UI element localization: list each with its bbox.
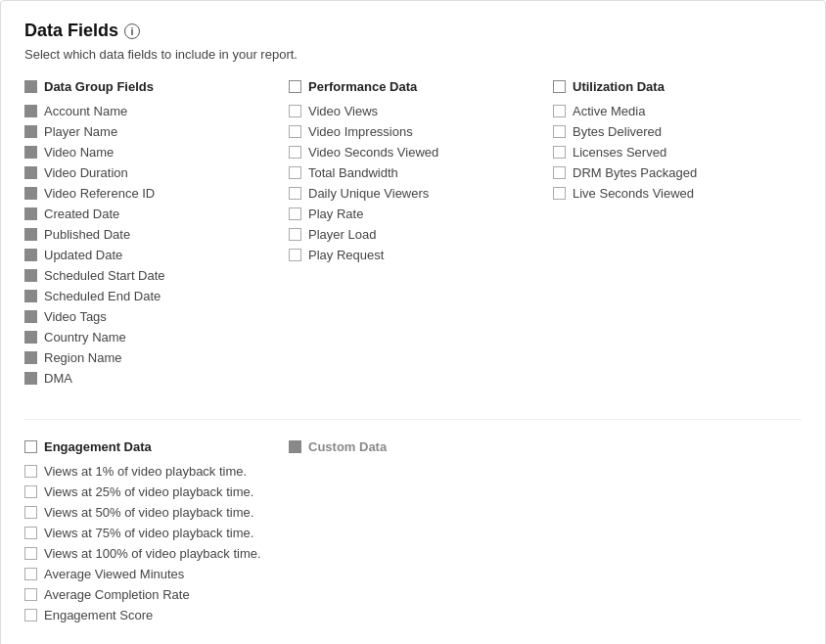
list-item: Views at 50% of video playback time. [24, 505, 273, 520]
field-checkbox[interactable] [553, 105, 566, 117]
field-checkbox[interactable] [553, 125, 566, 138]
custom-data-header: Custom Data [289, 439, 537, 454]
engagement-data-checkbox[interactable] [24, 440, 37, 453]
info-icon[interactable]: i [124, 23, 140, 39]
list-item: Daily Unique Viewers [289, 186, 537, 201]
list-item: Video Duration [24, 165, 273, 180]
field-checkbox[interactable] [24, 547, 37, 560]
field-checkbox[interactable] [289, 207, 301, 220]
list-item: Play Request [289, 248, 537, 262]
engagement-items: Views at 1% of video playback time. View… [24, 464, 273, 622]
field-checkbox[interactable] [553, 146, 566, 159]
field-checkbox[interactable] [24, 105, 37, 117]
field-label: Views at 75% of video playback time. [44, 526, 253, 540]
utilization-data-header: Utilization Data [553, 79, 802, 94]
list-item: Published Date [24, 227, 273, 242]
field-checkbox[interactable] [553, 166, 566, 179]
field-label: Daily Unique Viewers [308, 186, 429, 201]
list-item: Views at 1% of video playback time. [24, 464, 273, 479]
field-checkbox[interactable] [24, 506, 37, 519]
field-checkbox[interactable] [24, 290, 37, 302]
field-checkbox[interactable] [289, 187, 301, 200]
list-item: Engagement Score [24, 608, 273, 622]
list-item: Active Media [553, 104, 802, 118]
field-checkbox[interactable] [24, 465, 37, 478]
page-title: Data Fields i [24, 21, 802, 41]
page-subtitle: Select which data fields to include in y… [24, 47, 802, 62]
field-label: Views at 1% of video playback time. [44, 464, 247, 479]
list-item: Country Name [24, 330, 273, 345]
field-label: Engagement Score [44, 608, 153, 622]
performance-data-checkbox[interactable] [289, 80, 301, 93]
field-label: Created Date [44, 207, 119, 221]
field-checkbox[interactable] [24, 372, 37, 385]
field-label: Video Tags [44, 309, 107, 324]
section-divider [24, 419, 802, 420]
utilization-data-checkbox[interactable] [553, 80, 566, 93]
field-label: Video Impressions [308, 124, 413, 139]
list-item: Live Seconds Viewed [553, 186, 802, 201]
field-label: Region Name [44, 350, 122, 365]
field-checkbox[interactable] [24, 527, 37, 539]
list-item: Video Reference ID [24, 186, 273, 201]
fields-grid: Data Group Fields Account Name Player Na… [24, 79, 802, 391]
list-item: Account Name [24, 104, 273, 118]
field-label: Play Request [308, 248, 384, 262]
field-checkbox[interactable] [24, 125, 37, 138]
performance-data-header: Performance Data [289, 79, 537, 94]
field-checkbox[interactable] [24, 146, 37, 159]
list-item: Created Date [24, 207, 273, 221]
field-checkbox[interactable] [24, 331, 37, 344]
data-group-label: Data Group Fields [44, 79, 154, 94]
field-checkbox[interactable] [289, 228, 301, 241]
field-label: DMA [44, 371, 72, 386]
field-label: Video Views [308, 104, 378, 118]
utilization-data-label: Utilization Data [573, 79, 665, 94]
field-checkbox[interactable] [24, 568, 37, 580]
custom-data-label: Custom Data [308, 439, 387, 454]
field-checkbox[interactable] [24, 187, 37, 200]
list-item: Bytes Delivered [553, 124, 802, 139]
field-checkbox[interactable] [24, 588, 37, 601]
list-item: Play Rate [289, 207, 537, 221]
data-group-checkbox[interactable] [24, 80, 37, 93]
field-label: Views at 100% of video playback time. [44, 546, 261, 561]
field-label: Play Rate [308, 207, 363, 221]
field-checkbox[interactable] [24, 207, 37, 220]
field-checkbox[interactable] [24, 485, 37, 498]
field-checkbox[interactable] [289, 249, 301, 261]
list-item: Player Name [24, 124, 273, 139]
list-item: DRM Bytes Packaged [553, 165, 802, 180]
data-group-header: Data Group Fields [24, 79, 273, 94]
field-label: Views at 25% of video playback time. [44, 484, 253, 499]
field-checkbox[interactable] [289, 166, 301, 179]
custom-data-checkbox[interactable] [289, 440, 301, 453]
list-item: Scheduled End Date [24, 289, 273, 303]
field-checkbox[interactable] [24, 228, 37, 241]
list-item: Updated Date [24, 248, 273, 262]
field-checkbox[interactable] [553, 187, 566, 200]
list-item: Average Viewed Minutes [24, 567, 273, 581]
field-checkbox[interactable] [289, 105, 301, 117]
field-label: Published Date [44, 227, 130, 242]
field-checkbox[interactable] [24, 351, 37, 364]
field-label: Views at 50% of video playback time. [44, 505, 253, 520]
field-checkbox[interactable] [289, 125, 301, 138]
field-label: Active Media [573, 104, 645, 118]
field-checkbox[interactable] [289, 146, 301, 159]
field-checkbox[interactable] [24, 269, 37, 282]
field-label: DRM Bytes Packaged [573, 165, 697, 180]
list-item: Video Views [289, 104, 537, 118]
field-label: Video Duration [44, 165, 128, 180]
list-item: Video Tags [24, 309, 273, 324]
data-group-fields-section: Data Group Fields Account Name Player Na… [24, 79, 289, 391]
field-checkbox[interactable] [24, 609, 37, 621]
field-checkbox[interactable] [24, 249, 37, 261]
engagement-data-header: Engagement Data [24, 439, 273, 454]
custom-data-section: Custom Data [289, 439, 553, 628]
engagement-section: Engagement Data Views at 1% of video pla… [24, 439, 802, 628]
list-item: DMA [24, 371, 273, 386]
list-item: Region Name [24, 350, 273, 365]
field-checkbox[interactable] [24, 166, 37, 179]
field-checkbox[interactable] [24, 310, 37, 323]
